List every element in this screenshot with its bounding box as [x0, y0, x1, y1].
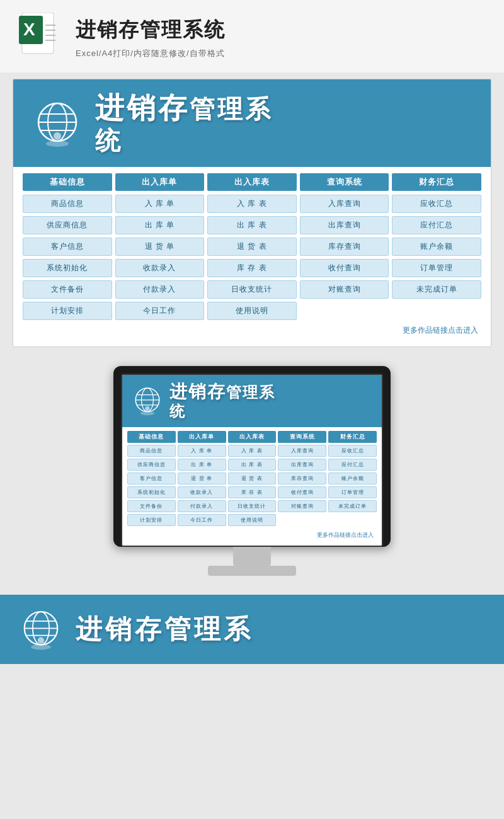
menu-item[interactable]: 今日工作	[115, 302, 205, 320]
header-title: 进销存管理系 统	[95, 91, 273, 156]
menu-item[interactable]: 未完成订单	[392, 280, 481, 299]
svg-point-26	[31, 644, 51, 650]
mini-more-link[interactable]: 更多作品链接点击进入	[127, 526, 377, 541]
bottom-banner: 进销存管理系	[0, 595, 504, 664]
mini-menu-item[interactable]: 收款录入	[178, 486, 226, 498]
globe-icon	[32, 98, 83, 149]
menu-item[interactable]: 商品信息	[23, 195, 112, 213]
menu-col-1: 入 库 单 出 库 单 退 货 单 收款录入 付款录入 今日工作	[115, 195, 205, 320]
menu-item[interactable]: 系统初始化	[23, 259, 112, 277]
main-panel: 进销存管理系 统 基础信息 出入库单 出入库表 查询系统 财务汇总 商品信息 供…	[13, 79, 491, 347]
menu-item[interactable]: 文件备份	[23, 280, 112, 299]
monitor-section: 进销存管理系 统 基础信息 出入库单 出入库表 查询系统 财务汇总	[0, 360, 504, 588]
mini-globe-icon	[132, 385, 163, 416]
mini-menu-item[interactable]: 应付汇总	[328, 459, 377, 471]
mini-menu-item[interactable]: 应收汇总	[328, 445, 377, 457]
col-header-1: 出入库单	[115, 173, 205, 191]
svg-point-20	[145, 406, 150, 411]
col-headers: 基础信息 出入库单 出入库表 查询系统 财务汇总	[23, 173, 481, 191]
col-header-2: 出入库表	[207, 173, 297, 191]
mini-menu-item[interactable]: 计划安排	[127, 514, 176, 526]
mini-menu-item[interactable]: 出库查询	[278, 459, 326, 471]
mini-menu-item[interactable]: 未完成订单	[328, 500, 377, 512]
menu-item[interactable]: 供应商信息	[23, 216, 112, 234]
mini-menu-item[interactable]: 收付查询	[278, 486, 326, 498]
mini-menu-item[interactable]: 出 库 单	[178, 459, 226, 471]
mini-menu-item[interactable]: 库存查询	[278, 472, 326, 484]
menu-item[interactable]: 收付查询	[300, 259, 389, 277]
menu-col-3: 入库查询 出库查询 库存查询 收付查询 对账查询	[300, 195, 389, 320]
mini-menu-item[interactable]: 供应商信息	[127, 459, 176, 471]
col-header-4: 财务汇总	[392, 173, 481, 191]
mini-menu-item[interactable]: 客户信息	[127, 472, 176, 484]
svg-point-13	[54, 132, 61, 140]
col-header-3: 查询系统	[300, 173, 389, 191]
menu-item[interactable]: 使用说明	[207, 302, 297, 320]
svg-point-27	[38, 637, 45, 644]
title-highlight: 进销存	[95, 91, 190, 124]
bottom-globe-icon	[19, 607, 63, 651]
panel-header: 进销存管理系 统	[13, 79, 491, 167]
menu-item[interactable]: 账户余额	[392, 238, 481, 256]
mini-header-title: 进销存管理系 统	[169, 381, 275, 420]
menu-item[interactable]: 库 存 表	[207, 259, 297, 277]
mini-menu-item[interactable]: 账户余额	[328, 472, 377, 484]
mini-menu-item[interactable]: 库 存 表	[228, 486, 277, 498]
mini-menu-item[interactable]: 退 货 表	[228, 472, 277, 484]
menu-item[interactable]: 退 货 单	[115, 238, 205, 256]
menu-item[interactable]: 计划安排	[23, 302, 112, 320]
mini-panel-header: 进销存管理系 统	[122, 375, 382, 427]
menu-col-2: 入 库 表 出 库 表 退 货 表 库 存 表 日收支统计 使用说明	[207, 195, 297, 320]
menu-col-0: 商品信息 供应商信息 客户信息 系统初始化 文件备份 计划安排	[23, 195, 112, 320]
monitor-screen: 进销存管理系 统 基础信息 出入库单 出入库表 查询系统 财务汇总	[121, 374, 383, 546]
col-header-0: 基础信息	[23, 173, 112, 191]
more-link[interactable]: 更多作品链接点击进入	[23, 320, 481, 337]
mini-col-header: 出入库单	[178, 431, 226, 443]
menu-item[interactable]: 出 库 单	[115, 216, 205, 234]
menu-item[interactable]: 客户信息	[23, 238, 112, 256]
app-subtitle: Excel/A4打印/内容随意修改/自带格式	[76, 48, 226, 59]
mini-menu-item[interactable]: 入 库 单	[178, 445, 226, 457]
mini-menu-item[interactable]: 商品信息	[127, 445, 176, 457]
menu-item[interactable]: 入 库 单	[115, 195, 205, 213]
app-title: 进销存管理系统	[76, 16, 226, 44]
mini-menu-item[interactable]: 文件备份	[127, 500, 176, 512]
mini-menu-item[interactable]: 付款录入	[178, 500, 226, 512]
mini-col-header: 查询系统	[278, 431, 326, 443]
mini-menu-item[interactable]: 入 库 表	[228, 445, 277, 457]
mini-menu-item[interactable]: 退 货 单	[178, 472, 226, 484]
mini-menu-item[interactable]: 日收支统计	[228, 500, 277, 512]
mini-col-header: 基础信息	[127, 431, 176, 443]
menu-item[interactable]: 收款录入	[115, 259, 205, 277]
mini-menu-item[interactable]: 使用说明	[228, 514, 277, 526]
menu-item[interactable]: 对账查询	[300, 280, 389, 299]
menu-item[interactable]: 出库查询	[300, 216, 389, 234]
menu-item[interactable]: 退 货 表	[207, 238, 297, 256]
menu-item[interactable]: 出 库 表	[207, 216, 297, 234]
svg-point-19	[140, 411, 155, 415]
menu-item[interactable]: 库存查询	[300, 238, 389, 256]
mini-menu-item[interactable]: 出 库 表	[228, 459, 277, 471]
menu-item[interactable]: 入库查询	[300, 195, 389, 213]
menu-item[interactable]: 应付汇总	[392, 216, 481, 234]
top-section: X 进销存管理系统 Excel/A4打印/内容随意修改/自带格式	[0, 0, 504, 72]
monitor-stand-neck	[233, 547, 271, 566]
menu-item[interactable]: 入 库 表	[207, 195, 297, 213]
menu-grid: 基础信息 出入库单 出入库表 查询系统 财务汇总 商品信息 供应商信息 客户信息…	[13, 167, 491, 346]
menu-item[interactable]: 付款录入	[115, 280, 205, 299]
menu-col-4: 应收汇总 应付汇总 账户余额 订单管理 未完成订单	[392, 195, 481, 320]
monitor-wrapper: 进销存管理系 统 基础信息 出入库单 出入库表 查询系统 财务汇总	[113, 366, 391, 575]
mini-menu-item[interactable]: 入库查询	[278, 445, 326, 457]
top-title-area: 进销存管理系统 Excel/A4打印/内容随意修改/自带格式	[76, 16, 226, 59]
svg-point-12	[46, 140, 69, 147]
mini-menu-item[interactable]: 对账查询	[278, 500, 326, 512]
menu-item[interactable]: 应收汇总	[392, 195, 481, 213]
mini-col-header: 财务汇总	[328, 431, 377, 443]
menu-item[interactable]: 订单管理	[392, 259, 481, 277]
mini-menu-item[interactable]: 订单管理	[328, 486, 377, 498]
mini-menu-item[interactable]: 系统初始化	[127, 486, 176, 498]
svg-text:X: X	[23, 20, 35, 39]
menu-item[interactable]: 日收支统计	[207, 280, 297, 299]
mini-menu-item[interactable]: 今日工作	[178, 514, 226, 526]
mini-menu-grid: 基础信息 出入库单 出入库表 查询系统 财务汇总 商品信息 供应商信息 客户信息…	[122, 427, 382, 546]
